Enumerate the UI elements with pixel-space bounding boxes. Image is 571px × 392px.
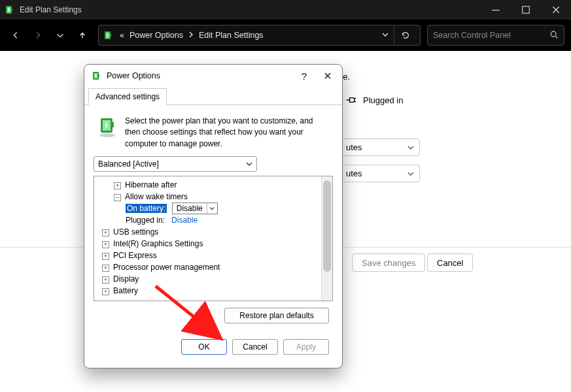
expand-icon[interactable]: + xyxy=(102,276,109,284)
help-button[interactable]: ? xyxy=(292,66,316,86)
tab-strip: Advanced settings xyxy=(84,87,342,105)
power-plan-selected: Balanced [Active] xyxy=(98,159,159,169)
cancel-label: Cancel xyxy=(243,342,267,351)
cancel-button[interactable]: Cancel xyxy=(232,339,278,355)
expand-icon[interactable]: + xyxy=(102,288,109,295)
scrollbar-thumb[interactable] xyxy=(323,180,331,272)
tree-scrollbar[interactable] xyxy=(321,176,332,301)
tree-label: Display xyxy=(113,274,139,284)
expand-icon[interactable]: + xyxy=(102,241,109,248)
tree-item-allow-wake-timers[interactable]: −Allow wake timers On battery: Disable xyxy=(95,191,320,226)
tree-item-intel-graphics[interactable]: +Intel(R) Graphics Settings xyxy=(95,238,320,250)
tree-item-hibernate-after[interactable]: +Hibernate after xyxy=(95,179,320,191)
apply-button[interactable]: Apply xyxy=(283,339,329,355)
tree-item-usb-settings[interactable]: +USB settings xyxy=(95,226,320,238)
on-battery-value: Disable xyxy=(173,203,207,214)
restore-plan-defaults-button[interactable]: Restore plan defaults xyxy=(224,308,329,323)
tab-label: Advanced settings xyxy=(95,92,160,101)
dialog-close-button[interactable] xyxy=(316,66,339,86)
restore-defaults-label: Restore plan defaults xyxy=(239,311,313,320)
plugged-in-value[interactable]: Disable xyxy=(171,216,198,225)
tree-label: Processor power management xyxy=(113,263,220,272)
power-plan-select[interactable]: Balanced [Active] xyxy=(94,156,257,172)
plugged-in-label: Plugged in: xyxy=(126,216,165,225)
svg-point-3 xyxy=(99,133,115,137)
tab-advanced-settings[interactable]: Advanced settings xyxy=(88,88,167,105)
on-battery-value-select[interactable]: Disable xyxy=(172,203,218,214)
tree-item-on-battery[interactable]: On battery: Disable xyxy=(114,203,320,214)
tree-label: Battery xyxy=(113,286,138,295)
dialog-intro-text: Select the power plan that you want to c… xyxy=(125,116,330,150)
chevron-down-icon[interactable] xyxy=(207,203,217,214)
tree-label: PCI Express xyxy=(113,251,157,260)
tree-item-pci-express[interactable]: +PCI Express xyxy=(95,250,320,261)
settings-tree: +Hibernate after −Allow wake timers On b… xyxy=(94,176,333,301)
battery-large-icon xyxy=(96,116,118,138)
apply-label: Apply xyxy=(296,342,316,351)
dialog-titlebar[interactable]: Power Options ? xyxy=(84,65,342,87)
dialog-title: Power Options xyxy=(107,71,292,80)
expand-icon[interactable]: + xyxy=(102,253,109,260)
ok-button[interactable]: OK xyxy=(181,339,227,355)
tree-item-plugged-in[interactable]: Plugged in: Disable xyxy=(114,214,320,226)
expand-icon[interactable]: + xyxy=(102,229,109,237)
expand-icon[interactable]: + xyxy=(102,265,109,272)
tree-label: Allow wake timers xyxy=(125,192,188,201)
chevron-down-icon xyxy=(246,161,252,167)
collapse-icon[interactable]: − xyxy=(114,194,121,201)
on-battery-label: On battery: xyxy=(126,204,167,213)
power-options-dialog: Power Options ? Advanced settings Select… xyxy=(84,64,343,368)
power-options-icon xyxy=(91,71,101,81)
expand-icon[interactable]: + xyxy=(114,182,121,189)
ok-label: OK xyxy=(198,342,209,351)
tree-item-battery[interactable]: +Battery xyxy=(95,285,320,297)
tree-label: Hibernate after xyxy=(125,180,177,189)
tree-label: USB settings xyxy=(113,227,158,237)
tree-item-processor-power[interactable]: +Processor power management xyxy=(95,261,320,273)
tree-item-display[interactable]: +Display xyxy=(95,273,320,285)
tree-label: Intel(R) Graphics Settings xyxy=(113,239,203,248)
